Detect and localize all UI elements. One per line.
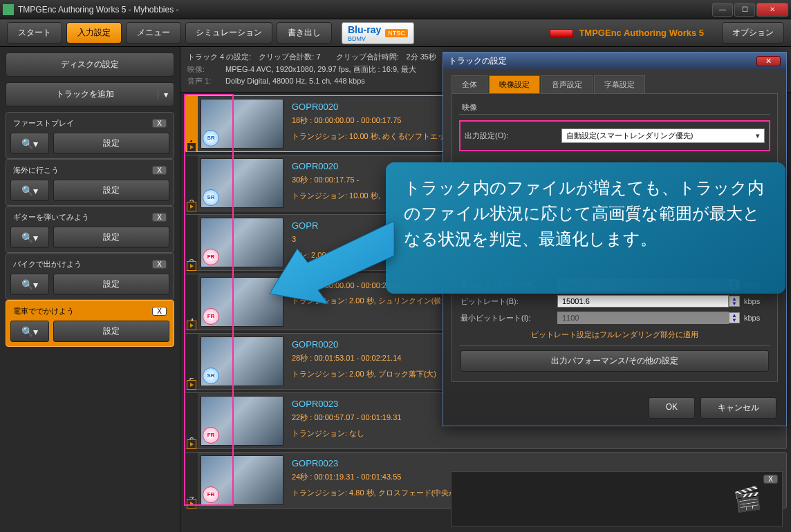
track-settings-button[interactable]: 設定	[53, 274, 169, 295]
audio-label: 音声 1:	[187, 75, 223, 88]
bitrate-label: ビットレート(B):	[460, 296, 557, 307]
cancel-button[interactable]: キャンセル	[700, 397, 776, 419]
brand-bar-icon	[550, 29, 573, 37]
track-close-button[interactable]: X	[152, 119, 167, 128]
play-icon[interactable]	[187, 439, 196, 449]
option-button[interactable]: オプション	[722, 22, 784, 44]
tab-audio[interactable]: 音声設定	[541, 75, 593, 93]
track-search-button[interactable]: 🔍▾	[10, 321, 49, 342]
clip-transition: トランジション: なし	[292, 428, 781, 439]
brand-label: TMPGEnc Authoring Works 5	[579, 28, 704, 38]
sidebar-track-item[interactable]: ギターを弾いてみよう X 🔍▾ 設定	[6, 206, 174, 253]
clip-thumbnail[interactable]: FR	[201, 396, 283, 446]
bitrate-note: ビットレート設定はフルレンダリング部分に適用	[459, 330, 770, 340]
section-video-label: 映像	[459, 101, 770, 115]
track-search-button[interactable]: 🔍▾	[10, 133, 49, 154]
app-icon	[3, 4, 14, 15]
sidebar: ディスクの設定 トラックを追加 ▾ ファーストプレイ X 🔍▾ 設定 海外に行こ…	[0, 47, 180, 532]
render-badge-icon: SR	[203, 189, 219, 206]
play-icon[interactable]	[187, 499, 196, 509]
input-settings-button[interactable]: 入力設定	[66, 22, 122, 44]
sidebar-track-item[interactable]: 電車ででかけよう X 🔍▾ 設定	[6, 300, 174, 347]
unit-label: kbps	[744, 314, 769, 322]
track-close-button[interactable]: X	[152, 307, 167, 316]
preview-panel: X 🎬	[451, 471, 783, 526]
sidebar-track-item[interactable]: バイクで出かけよう X 🔍▾ 設定	[6, 253, 174, 300]
explanation-callout: トラック内のファイルが増えても、トラック内のファイル状況に応じて高画質な範囲が最…	[386, 162, 785, 294]
bitrate-input[interactable]: 15001.6	[557, 295, 729, 307]
preview-close-button[interactable]: X	[763, 475, 778, 484]
track-search-button[interactable]: 🔍▾	[10, 227, 49, 248]
tab-video[interactable]: 映像設定	[489, 75, 540, 93]
track-name: 電車ででかけよう	[13, 306, 74, 316]
dialog-title: トラックの設定	[449, 55, 507, 67]
dialog-tabs: 全体 映像設定 音声設定 字幕設定	[443, 70, 786, 93]
tab-subtitle[interactable]: 字幕設定	[594, 75, 645, 93]
spinner-icon[interactable]: ▲▼	[729, 296, 740, 307]
chevron-down-icon: ▾	[158, 90, 168, 99]
track-close-button[interactable]: X	[152, 260, 167, 269]
track-search-button[interactable]: 🔍▾	[10, 274, 49, 295]
chevron-down-icon: ▾	[756, 131, 760, 140]
unit-label: kbps	[744, 297, 769, 305]
clapper-icon: 🎬	[732, 484, 763, 513]
minbitrate-label: 最小ビットレート(I):	[460, 313, 557, 323]
render-badge-icon: FR	[203, 249, 219, 265]
format-badge[interactable]: Blu-ray BDMV NTSC	[342, 22, 414, 44]
play-icon[interactable]	[187, 142, 196, 152]
simulation-button[interactable]: シミュレーション	[185, 22, 272, 44]
format-region-label: NTSC	[385, 29, 408, 37]
spinner-icon: ▲▼	[729, 312, 740, 323]
track-close-button[interactable]: X	[152, 166, 167, 175]
clip-thumbnail[interactable]: FR	[201, 455, 283, 505]
window-title: TMPGEnc Authoring Works 5 - Myhobbies -	[18, 5, 712, 15]
close-button[interactable]: ✕	[756, 3, 788, 17]
add-track-button[interactable]: トラックを追加 ▾	[6, 82, 174, 106]
brand-area: TMPGEnc Authoring Works 5	[550, 28, 704, 38]
track-close-button[interactable]: X	[152, 213, 167, 222]
output-value: 自動設定(スマートレンダリング優先)	[566, 131, 693, 141]
play-icon[interactable]	[187, 321, 196, 330]
arrow-icon	[263, 214, 401, 313]
output-label: 出力設定(O):	[465, 131, 561, 141]
minbitrate-input: 1100	[557, 312, 729, 324]
video-label: 映像:	[187, 64, 223, 76]
track-name: ギターを弾いてみよう	[13, 212, 89, 222]
highlight-output-box: 出力設定(O): 自動設定(スマートレンダリング優先) ▾	[459, 120, 770, 151]
track-settings-button[interactable]: 設定	[53, 227, 169, 248]
ok-button[interactable]: OK	[649, 397, 695, 419]
maximize-button[interactable]: ☐	[734, 3, 755, 17]
main-toolbar: スタート 入力設定 メニュー シミュレーション 書き出し Blu-ray BDM…	[0, 19, 791, 47]
menu-button[interactable]: メニュー	[126, 22, 181, 44]
play-icon[interactable]	[187, 380, 196, 390]
render-badge-icon: SR	[203, 368, 219, 384]
disc-settings-button[interactable]: ディスクの設定	[6, 53, 174, 77]
sidebar-track-item[interactable]: ファーストプレイ X 🔍▾ 設定	[6, 112, 174, 159]
start-button[interactable]: スタート	[7, 22, 62, 44]
minimize-button[interactable]: —	[712, 3, 733, 17]
dialog-close-button[interactable]: ✕	[756, 56, 781, 66]
window-titlebar: TMPGEnc Authoring Works 5 - Myhobbies - …	[0, 0, 791, 19]
clip-thumbnail[interactable]: SR	[201, 158, 283, 208]
output-select[interactable]: 自動設定(スマートレンダリング優先) ▾	[561, 129, 765, 143]
render-badge-icon: FR	[203, 427, 219, 444]
track-settings-button[interactable]: 設定	[53, 180, 169, 201]
sidebar-track-item[interactable]: 海外に行こう X 🔍▾ 設定	[6, 159, 174, 206]
audio-value: Dolby Digital, 48000 Hz, 5.1 ch, 448 kbp…	[225, 77, 365, 85]
track-settings-button[interactable]: 設定	[53, 321, 169, 342]
export-button[interactable]: 書き出し	[277, 22, 332, 44]
clip-thumbnail[interactable]: SR	[201, 99, 283, 149]
performance-button[interactable]: 出力パフォーマンス/その他の設定	[460, 350, 769, 372]
add-track-label: トラックを追加	[12, 88, 158, 100]
clip-thumbnail[interactable]: SR	[201, 336, 283, 386]
track-settings-button[interactable]: 設定	[53, 133, 169, 154]
render-badge-icon: SR	[203, 130, 219, 146]
track-search-button[interactable]: 🔍▾	[10, 180, 49, 201]
clip-name: GOPR0023	[292, 457, 781, 471]
play-icon[interactable]	[187, 261, 196, 271]
callout-text: トラック内のファイルが増えても、トラック内のファイル状況に応じて高画質な範囲が最…	[404, 175, 767, 252]
video-value: MPEG-4 AVC, 1920x1080, 29.97 fps, 画面比 : …	[225, 65, 416, 73]
play-icon[interactable]	[187, 202, 196, 211]
track-name: バイクで出かけよう	[13, 259, 82, 269]
tab-all[interactable]: 全体	[452, 75, 487, 93]
